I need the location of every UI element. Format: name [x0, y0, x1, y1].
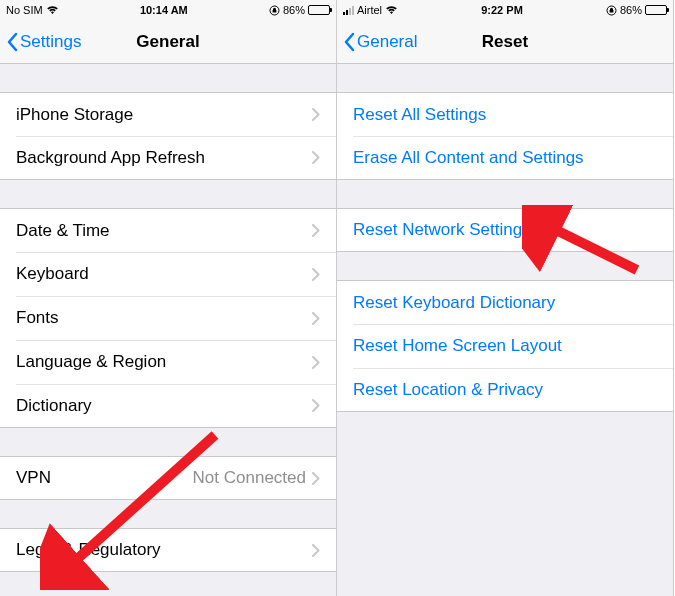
row-reset-home-screen-layout[interactable]: Reset Home Screen Layout	[337, 324, 673, 368]
row-label: Reset Keyboard Dictionary	[353, 293, 657, 313]
chevron-right-icon	[312, 356, 320, 369]
row-erase-all-content[interactable]: Erase All Content and Settings	[337, 136, 673, 180]
wifi-icon	[385, 5, 398, 15]
chevron-right-icon	[312, 151, 320, 164]
row-label: Erase All Content and Settings	[353, 148, 657, 168]
orientation-lock-icon	[606, 5, 617, 16]
battery-icon	[645, 5, 667, 15]
row-fonts[interactable]: Fonts	[0, 296, 336, 340]
status-time: 10:14 AM	[140, 4, 188, 16]
row-label: Language & Region	[16, 352, 312, 372]
orientation-lock-icon	[269, 5, 280, 16]
row-label: Reset Network Settings	[353, 220, 657, 240]
battery-percent: 86%	[283, 4, 305, 16]
row-label: Reset Home Screen Layout	[353, 336, 657, 356]
phone-left-general: No SIM 10:14 AM 86% Settings General i	[0, 0, 337, 596]
row-reset-keyboard-dictionary[interactable]: Reset Keyboard Dictionary	[337, 280, 673, 324]
row-vpn[interactable]: VPN Not Connected	[0, 456, 336, 500]
row-label: Dictionary	[16, 396, 312, 416]
back-button[interactable]: General	[337, 32, 417, 52]
carrier-text: No SIM	[6, 4, 43, 16]
row-label: Fonts	[16, 308, 312, 328]
wifi-icon	[46, 5, 59, 15]
row-legal-regulatory[interactable]: Legal & Regulatory	[0, 528, 336, 572]
row-reset-all-settings[interactable]: Reset All Settings	[337, 92, 673, 136]
battery-percent: 86%	[620, 4, 642, 16]
row-keyboard[interactable]: Keyboard	[0, 252, 336, 296]
back-button[interactable]: Settings	[0, 32, 81, 52]
battery-icon	[308, 5, 330, 15]
row-label: Legal & Regulatory	[16, 540, 312, 560]
chevron-right-icon	[312, 224, 320, 237]
row-label: Reset Location & Privacy	[353, 380, 657, 400]
vpn-status: Not Connected	[193, 468, 306, 488]
chevron-right-icon	[312, 544, 320, 557]
row-reset-network-settings[interactable]: Reset Network Settings	[337, 208, 673, 252]
chevron-left-icon	[343, 32, 355, 52]
row-date-time[interactable]: Date & Time	[0, 208, 336, 252]
chevron-left-icon	[6, 32, 18, 52]
chevron-right-icon	[312, 312, 320, 325]
row-background-app-refresh[interactable]: Background App Refresh	[0, 136, 336, 180]
status-time: 9:22 PM	[481, 4, 523, 16]
row-reset-location-privacy[interactable]: Reset Location & Privacy	[337, 368, 673, 412]
status-bar: No SIM 10:14 AM 86%	[0, 0, 336, 20]
status-bar: Airtel 9:22 PM 86%	[337, 0, 673, 20]
chevron-right-icon	[312, 399, 320, 412]
row-dictionary[interactable]: Dictionary	[0, 384, 336, 428]
carrier-text: Airtel	[357, 4, 382, 16]
nav-bar: Settings General	[0, 20, 336, 64]
row-label: Date & Time	[16, 221, 312, 241]
chevron-right-icon	[312, 472, 320, 485]
chevron-right-icon	[312, 108, 320, 121]
row-label: Keyboard	[16, 264, 312, 284]
row-iphone-storage[interactable]: iPhone Storage	[0, 92, 336, 136]
row-language-region[interactable]: Language & Region	[0, 340, 336, 384]
phone-right-reset: Airtel 9:22 PM 86% General Reset Reset A…	[337, 0, 674, 596]
back-label: Settings	[20, 32, 81, 52]
row-label: Reset All Settings	[353, 105, 657, 125]
row-label: Background App Refresh	[16, 148, 312, 168]
nav-bar: General Reset	[337, 20, 673, 64]
chevron-right-icon	[312, 268, 320, 281]
row-label: iPhone Storage	[16, 105, 312, 125]
row-label: VPN	[16, 468, 193, 488]
signal-bars-icon	[343, 5, 354, 15]
back-label: General	[357, 32, 417, 52]
